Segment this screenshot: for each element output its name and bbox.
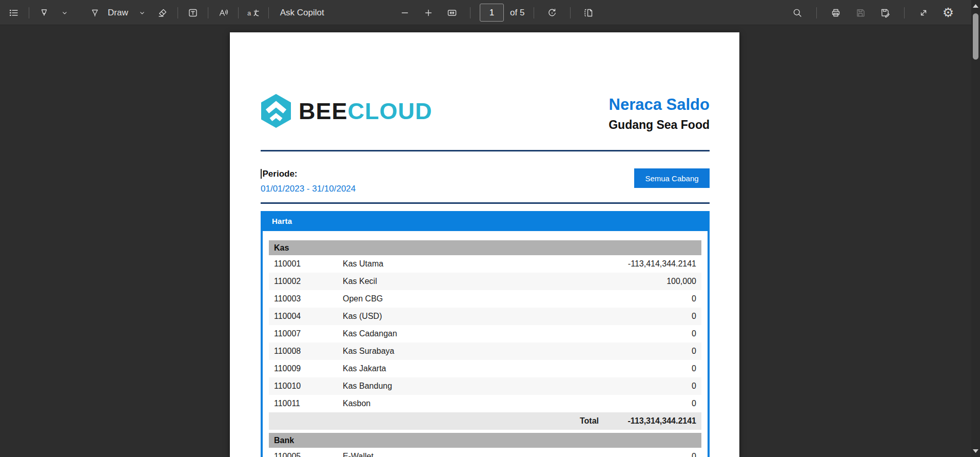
toolbar-divider bbox=[816, 7, 817, 18]
account-name: Kas Cadangan bbox=[343, 329, 520, 338]
save-as-button[interactable] bbox=[876, 4, 894, 22]
toolbar-right-group: ⚙ bbox=[789, 0, 957, 25]
account-name: Open CBG bbox=[343, 294, 520, 303]
periode-divider bbox=[261, 202, 710, 204]
group-header: Kas bbox=[269, 240, 701, 255]
account-code: 110005 bbox=[269, 452, 343, 457]
draw-label[interactable]: Draw bbox=[108, 8, 128, 18]
table-of-contents-button[interactable] bbox=[5, 4, 23, 22]
fit-to-width-icon bbox=[447, 8, 457, 18]
table-row: 110007Kas Cadangan0 bbox=[269, 325, 701, 342]
table-of-contents-icon bbox=[9, 8, 19, 18]
add-text-button[interactable] bbox=[184, 4, 202, 22]
read-aloud-icon bbox=[218, 8, 228, 18]
search-button[interactable] bbox=[789, 4, 806, 22]
table-row: 110009Kas Jakarta0 bbox=[269, 360, 701, 377]
page-view-button[interactable] bbox=[580, 4, 597, 22]
draw-dropdown-button[interactable] bbox=[133, 4, 151, 22]
total-value: -113,314,344.2141 bbox=[599, 416, 701, 426]
scroll-up-button[interactable] bbox=[971, 2, 980, 10]
table-row: 110004Kas (USD)0 bbox=[269, 308, 701, 325]
account-name: Kas Bandung bbox=[343, 382, 520, 391]
account-code: 110010 bbox=[269, 382, 343, 391]
toolbar-divider bbox=[29, 7, 29, 18]
table-row: 110008Kas Surabaya0 bbox=[269, 342, 701, 360]
scroll-down-button[interactable] bbox=[971, 447, 980, 455]
text-box-icon bbox=[188, 8, 198, 18]
vertical-scrollbar[interactable] bbox=[971, 0, 980, 457]
eraser-button[interactable] bbox=[154, 4, 171, 22]
branch-button: Semua Cabang bbox=[634, 168, 710, 188]
plus-icon bbox=[423, 8, 434, 18]
arrow-up-icon bbox=[973, 4, 978, 8]
toolbar-divider bbox=[904, 7, 905, 18]
print-button[interactable] bbox=[827, 4, 845, 22]
table-row: 110010Kas Bandung0 bbox=[269, 377, 701, 395]
account-balance: 0 bbox=[520, 364, 702, 373]
scrollbar-thumb[interactable] bbox=[973, 13, 978, 60]
highlighter-button[interactable] bbox=[35, 4, 53, 22]
translate-button[interactable]: a bbox=[245, 4, 262, 22]
toolbar-divider bbox=[534, 7, 534, 18]
account-code: 110003 bbox=[269, 294, 343, 303]
account-name: Kas Kecil bbox=[343, 277, 520, 286]
fullscreen-icon bbox=[918, 8, 929, 18]
rotate-icon bbox=[547, 8, 557, 18]
translate-icon: a bbox=[247, 8, 260, 18]
fullscreen-button[interactable] bbox=[915, 4, 932, 22]
draw-pen-button[interactable] bbox=[86, 4, 104, 22]
settings-button[interactable]: ⚙ bbox=[939, 4, 957, 22]
section-header-bar: Harta bbox=[261, 211, 710, 231]
eraser-icon bbox=[158, 8, 168, 18]
save-as-icon bbox=[880, 8, 890, 18]
toolbar-divider bbox=[208, 7, 208, 18]
toolbar-divider bbox=[268, 7, 269, 18]
highlighter-icon bbox=[39, 8, 49, 18]
account-balance: 0 bbox=[520, 452, 702, 457]
read-aloud-button[interactable] bbox=[214, 4, 232, 22]
account-balance: 0 bbox=[520, 329, 702, 338]
save-button[interactable] bbox=[852, 4, 869, 22]
toolbar-center-group: of 5 bbox=[396, 0, 597, 25]
total-row: Total-113,314,344.2141 bbox=[269, 412, 701, 430]
brand-cloud-text: CLOUD bbox=[348, 98, 433, 124]
balance-table: Kas110001Kas Utama-113,414,344.214111000… bbox=[269, 240, 701, 457]
periode-label: Periode: bbox=[261, 169, 298, 179]
page-number-input[interactable] bbox=[480, 4, 504, 22]
toolbar-divider bbox=[470, 7, 471, 18]
minus-icon bbox=[400, 8, 410, 18]
report-title-block: Neraca Saldo Gudang Sea Food bbox=[609, 96, 710, 132]
print-icon bbox=[831, 8, 841, 18]
rotate-button[interactable] bbox=[543, 4, 561, 22]
brand-wordmark: BEECLOUD bbox=[299, 100, 433, 123]
toolbar-divider bbox=[238, 7, 239, 18]
arrow-down-icon bbox=[973, 449, 978, 453]
page-count-label: of 5 bbox=[510, 8, 524, 18]
account-balance: -113,414,344.2141 bbox=[520, 259, 702, 269]
toolbar-divider bbox=[178, 7, 178, 18]
ask-copilot-label: Ask Copilot bbox=[280, 8, 324, 18]
harta-section: Harta Kas110001Kas Utama-113,414,344.214… bbox=[261, 211, 710, 457]
ask-copilot-button[interactable]: Ask Copilot bbox=[275, 4, 329, 22]
account-name: Kas Surabaya bbox=[343, 347, 520, 356]
draw-pen-icon bbox=[90, 8, 100, 18]
account-balance: 0 bbox=[520, 294, 702, 303]
account-code: 110009 bbox=[269, 364, 343, 373]
brand-bee-text: BEE bbox=[299, 98, 348, 124]
account-balance: 0 bbox=[520, 382, 702, 391]
highlighter-dropdown-button[interactable] bbox=[56, 4, 73, 22]
zoom-out-button[interactable] bbox=[396, 4, 414, 22]
account-code: 110002 bbox=[269, 277, 343, 286]
toolbar-left-group: Draw a Ask C bbox=[5, 0, 329, 25]
account-balance: 0 bbox=[520, 347, 702, 356]
text-caret bbox=[261, 169, 262, 179]
total-label: Total bbox=[580, 416, 599, 426]
account-code: 110004 bbox=[269, 312, 343, 321]
account-code: 110001 bbox=[269, 259, 343, 269]
group-header: Bank bbox=[269, 433, 701, 448]
chevron-down-icon bbox=[61, 9, 69, 17]
account-balance: 100,000 bbox=[520, 277, 702, 286]
zoom-in-button[interactable] bbox=[420, 4, 437, 22]
pdf-page: BEECLOUD Neraca Saldo Gudang Sea Food Pe… bbox=[230, 32, 739, 457]
fit-to-width-button[interactable] bbox=[443, 4, 461, 22]
